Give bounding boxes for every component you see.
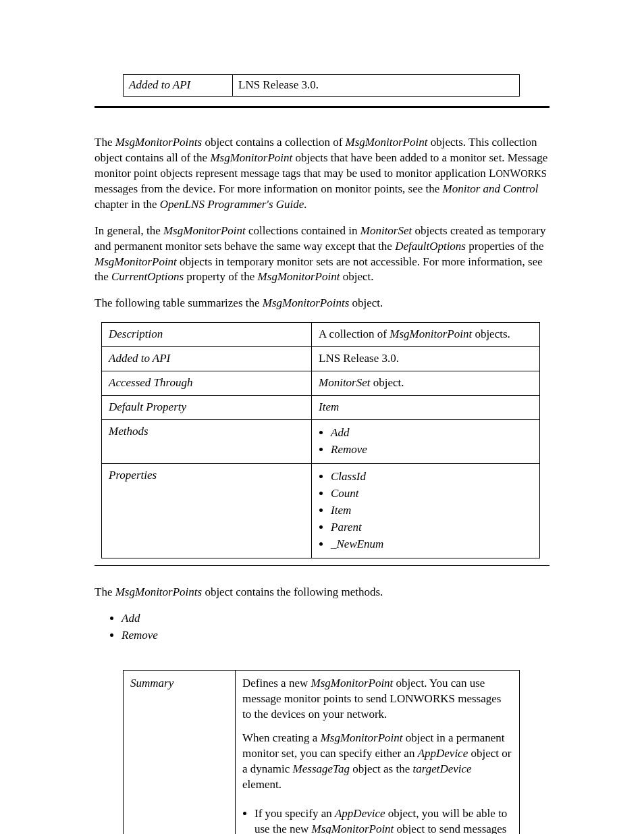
text: object. xyxy=(371,376,404,389)
text: collections contained in xyxy=(246,224,360,237)
object-name: AppDevice xyxy=(418,747,468,760)
row-label: Accessed Through xyxy=(102,371,312,396)
table-row-properties: Properties ClassId Count Item Parent _Ne… xyxy=(102,463,540,558)
text: chapter in the xyxy=(95,198,160,211)
object-name: MsgMonitorPoint xyxy=(311,677,394,689)
section-divider xyxy=(95,106,549,108)
methods-intro-paragraph: The MsgMonitorPoints object contains the… xyxy=(95,585,549,600)
text: objects. xyxy=(472,328,510,340)
row-label: Properties xyxy=(102,463,312,558)
list-item: Add xyxy=(331,425,533,441)
text: object as the xyxy=(350,762,412,775)
text: property of the xyxy=(184,270,258,283)
text: Defines a new xyxy=(242,677,311,689)
object-name: AppDevice xyxy=(335,807,385,820)
object-name: MsgMonitorPoint xyxy=(312,823,394,834)
intro-paragraph-3: The following table summarizes the MsgMo… xyxy=(95,296,549,311)
object-name: MonitorSet xyxy=(319,376,371,389)
property-name: Item xyxy=(319,400,339,413)
list-item: ClassId xyxy=(331,469,533,485)
list-item: Remove xyxy=(331,442,533,458)
text: When creating a xyxy=(242,731,321,744)
row-label: Default Property xyxy=(102,396,312,420)
summary-paragraph-2: When creating a MsgMonitorPoint object i… xyxy=(242,731,512,793)
row-label: Methods xyxy=(102,420,312,464)
guide-name: OpenLNS Programmer's Guide. xyxy=(160,198,307,211)
object-name: MsgMonitorPoint xyxy=(163,224,246,237)
intro-paragraph-1: The MsgMonitorPoints object contains a c… xyxy=(95,135,549,213)
property-name: DefaultOptions xyxy=(395,240,466,253)
list-item-add: Add xyxy=(122,611,549,627)
chapter-name: Monitor and Control xyxy=(443,182,539,195)
text: object contains a collection of xyxy=(202,136,345,149)
row-value: Add Remove xyxy=(312,420,540,464)
text: object contains the following methods. xyxy=(202,585,383,598)
object-name: MsgMonitorPoint xyxy=(390,328,472,340)
row-value: ClassId Count Item Parent _NewEnum xyxy=(312,463,540,558)
summary-table: Description A collection of MsgMonitorPo… xyxy=(101,322,540,558)
summary-label-blank xyxy=(124,797,236,834)
document-page: Added to API LNS Release 3.0. The MsgMon… xyxy=(0,0,644,834)
summary-label: Summary xyxy=(124,671,236,797)
list-item: Parent xyxy=(331,520,533,536)
object-name: MsgMonitorPoints xyxy=(115,136,202,149)
object-name: MsgMonitorPoint xyxy=(321,731,403,744)
added-to-api-table: Added to API LNS Release 3.0. xyxy=(123,74,520,97)
text: W xyxy=(510,167,520,180)
text: If you specify an xyxy=(254,807,335,820)
added-to-api-label: Added to API xyxy=(124,75,233,97)
row-value: A collection of MsgMonitorPoint objects. xyxy=(312,323,540,347)
list-item-remove: Remove xyxy=(122,628,549,644)
list-item: Count xyxy=(331,486,533,502)
object-name: MsgMonitorPoint xyxy=(346,136,428,149)
table-row-methods: Methods Add Remove xyxy=(102,420,540,464)
row-value: Item xyxy=(312,396,540,420)
methods-list: Add Remove xyxy=(331,425,533,458)
intro-paragraph-2: In general, the MsgMonitorPoint collecti… xyxy=(95,224,549,286)
object-name: MsgMonitorPoints xyxy=(115,585,202,598)
table-row-default-property: Default Property Item xyxy=(102,396,540,420)
element-name: targetDevice xyxy=(412,762,471,775)
section-divider xyxy=(95,565,549,566)
text: The following table summarizes the xyxy=(95,296,263,309)
object-name: MsgMonitorPoint xyxy=(258,270,340,283)
text: messages from the device. For more infor… xyxy=(95,182,443,195)
text: The xyxy=(95,136,115,149)
added-to-api-value: LNS Release 3.0. xyxy=(233,75,520,97)
text: properties of the xyxy=(466,240,544,253)
table-row-description: Description A collection of MsgMonitorPo… xyxy=(102,323,540,347)
properties-list: ClassId Count Item Parent _NewEnum xyxy=(331,469,533,552)
summary-bullet-list: If you specify an AppDevice object, you … xyxy=(254,806,512,834)
summary-paragraph-1: Defines a new MsgMonitorPoint object. Yo… xyxy=(242,676,512,723)
table-row-accessed-through: Accessed Through MonitorSet object. xyxy=(102,371,540,396)
object-name: MsgMonitorPoint xyxy=(95,255,177,268)
methods-bullet-list: Add Remove xyxy=(122,611,549,644)
text: The xyxy=(95,585,115,598)
summary-bullets-cell: If you specify an AppDevice object, you … xyxy=(236,797,520,834)
object-name: MsgMonitorPoint xyxy=(210,151,292,164)
text: A collection of xyxy=(319,328,390,340)
text: element. xyxy=(242,778,281,791)
text: object. xyxy=(340,270,373,283)
list-item: _NewEnum xyxy=(331,537,533,552)
row-value: LNS Release 3.0. xyxy=(312,347,540,371)
row-label: Added to API xyxy=(102,347,312,371)
object-name: MonitorSet xyxy=(360,224,412,237)
add-method-table: Summary Defines a new MsgMonitorPoint ob… xyxy=(123,670,520,834)
object-name: MessageTag xyxy=(293,762,350,775)
text: object. xyxy=(349,296,383,309)
summary-cell: Defines a new MsgMonitorPoint object. Yo… xyxy=(236,671,520,797)
list-item: If you specify an AppDevice object, you … xyxy=(254,806,512,834)
row-value: MonitorSet object. xyxy=(312,371,540,396)
small-caps: ON xyxy=(495,168,510,179)
list-item: Item xyxy=(331,503,533,519)
table-row-added-to-api: Added to API LNS Release 3.0. xyxy=(102,347,540,371)
small-caps: ORKS xyxy=(520,168,547,179)
property-name: CurrentOptions xyxy=(111,270,184,283)
text: In general, the xyxy=(95,224,163,237)
row-label: Description xyxy=(102,323,312,347)
object-name: MsgMonitorPoints xyxy=(263,296,349,309)
